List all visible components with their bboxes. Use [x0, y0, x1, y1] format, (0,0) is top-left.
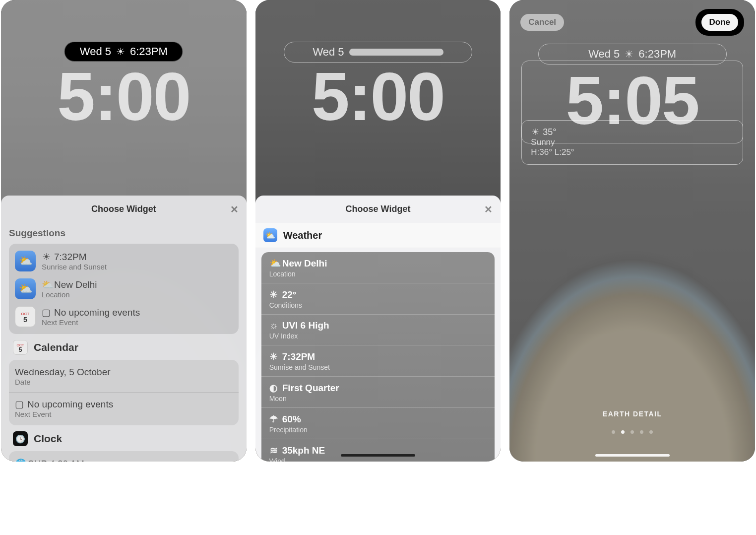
sunset-icon: ☀ [116, 46, 125, 58]
suggestions-heading: Suggestions [9, 228, 239, 239]
list-item[interactable]: ☀22°Conditions [261, 283, 495, 314]
suggestions-card: ⛅ ☀7:32PM Sunrise and Sunset ⛅ ⛅New Delh… [9, 244, 239, 334]
weather-app-icon: ⛅ [263, 228, 277, 242]
cloud-icon: ⛅ [42, 279, 51, 290]
weather-app-header: ⛅ Weather [255, 223, 501, 248]
list-item[interactable]: ☂60%Precipitation [261, 407, 495, 439]
list-item[interactable]: OCT5 ▢No upcoming events Next Event [9, 303, 239, 331]
phone-panel-1: Wed 5 ☀ 6:23PM 5:00 Choose Widget ✕ Sugg… [1, 0, 247, 462]
list-item[interactable]: ≋35kph NEWind [261, 439, 495, 462]
list-item[interactable]: 🌐CUP 4:30 AM City [9, 454, 239, 462]
date-time: 6:23PM [638, 48, 676, 61]
sheet-header: Choose Widget ✕ [1, 196, 247, 223]
sheet-title: Choose Widget [346, 204, 411, 214]
weather-icon: ⛅ [15, 278, 36, 299]
calendar-app-icon: OCT5 [13, 340, 28, 355]
app-section-clock[interactable]: 🕓 Clock [9, 425, 239, 451]
lock-clock[interactable]: 5:00 [1, 57, 247, 136]
calendar-icon: ▢ [42, 307, 51, 318]
sunset-icon: ☀ [625, 48, 633, 60]
phone-panel-3: Cancel Done Wed 5 ☀ 6:23PM 5:05 ☀35° Sun… [509, 0, 755, 462]
moon-icon: ◐ [269, 382, 278, 394]
uv-icon: ☼ [269, 320, 278, 331]
list-item[interactable]: Wednesday, 5 October Date [9, 363, 239, 390]
home-indicator[interactable] [595, 454, 670, 457]
sun-icon: ☀ [531, 127, 540, 137]
cancel-button[interactable]: Cancel [520, 14, 564, 31]
top-buttons: Cancel Done [509, 9, 755, 36]
list-item[interactable]: ☼UVI 6 HighUV Index [261, 314, 495, 345]
done-button[interactable]: Done [701, 14, 739, 31]
sunset-icon: ☀ [42, 251, 51, 263]
list-item[interactable]: ⛅New DelhiLocation [261, 252, 495, 283]
loading-bar [349, 49, 443, 56]
weather-widget[interactable]: ☀35° Sunny H:36° L:25° [521, 120, 743, 165]
calendar-icon: OCT5 [15, 306, 36, 327]
clock-app-icon: 🕓 [13, 431, 28, 446]
weather-icon: ⛅ [15, 251, 36, 271]
app-section-calendar[interactable]: OCT5 Calendar [9, 334, 239, 360]
phone-panel-2: Wed 5 5:00 Choose Widget ✕ ⛅ Weather ⛅Ne… [255, 0, 501, 462]
globe-icon: 🌐 [15, 458, 24, 462]
date-day: Wed 5 [80, 45, 111, 58]
list-item[interactable]: ☀7:32PMSunrise and Sunset [261, 345, 495, 376]
list-item[interactable]: ⛅ ⛅New Delhi Location [9, 275, 239, 303]
sheet-header: Choose Widget ✕ [255, 196, 501, 223]
close-icon[interactable]: ✕ [484, 203, 493, 215]
calendar-icon: ▢ [15, 399, 24, 410]
sheet-title: Choose Widget [91, 204, 156, 214]
clock-card: 🌐CUP 4:30 AM City [9, 451, 239, 462]
page-dots[interactable] [509, 430, 755, 434]
list-item[interactable]: ⛅ ☀7:32PM Sunrise and Sunset [9, 247, 239, 275]
sun-icon: ☀ [269, 289, 278, 300]
close-icon[interactable]: ✕ [230, 203, 239, 215]
home-indicator[interactable] [341, 454, 415, 457]
done-highlight: Done [695, 9, 745, 36]
date-day: Wed 5 [588, 48, 620, 61]
list-item[interactable]: ▢No upcoming events Next Event [9, 395, 239, 422]
choose-widget-sheet: Choose Widget ✕ ⛅ Weather ⛅New DelhiLoca… [255, 196, 501, 462]
sunset-icon: ☀ [269, 351, 278, 362]
list-item[interactable]: ◐First QuarterMoon [261, 376, 495, 407]
weather-widget-list: ⛅New DelhiLocation ☀22°Conditions ☼UVI 6… [261, 252, 495, 462]
date-time: 6:23PM [130, 45, 168, 58]
wallpaper-name: EARTH DETAIL [509, 410, 755, 418]
calendar-card: Wednesday, 5 October Date ▢No upcoming e… [9, 360, 239, 425]
wind-icon: ≋ [269, 445, 278, 456]
umbrella-icon: ☂ [269, 413, 278, 425]
lock-clock[interactable]: 5:00 [255, 57, 501, 136]
choose-widget-sheet: Choose Widget ✕ Suggestions ⛅ ☀7:32PM Su… [1, 196, 247, 462]
cloud-icon: ⛅ [269, 258, 278, 269]
